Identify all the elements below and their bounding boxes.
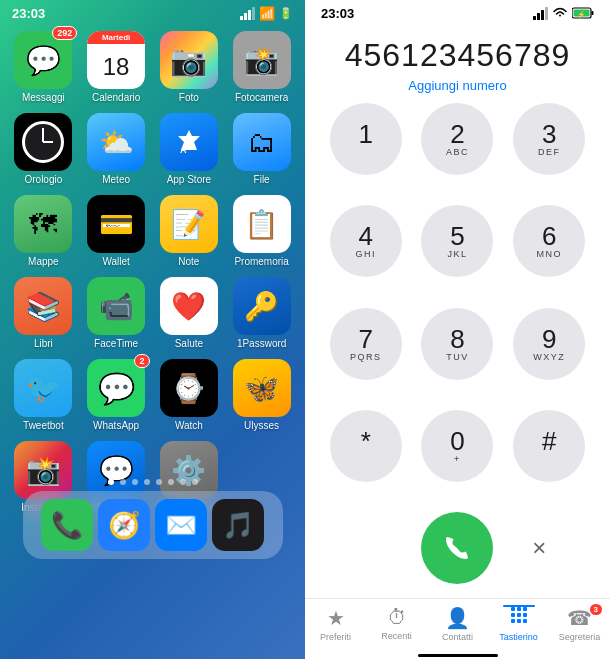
tab-tastierino[interactable]: Tastierino bbox=[488, 605, 549, 642]
svg-rect-7 bbox=[523, 607, 527, 611]
app-label-files: File bbox=[254, 174, 270, 185]
app-item-books[interactable]: 📚 Libri bbox=[12, 277, 75, 349]
app-label-clock: Orologio bbox=[24, 174, 62, 185]
app-item-files[interactable]: 🗂 File bbox=[230, 113, 293, 185]
dock: 📞🧭✉️🎵 bbox=[23, 491, 283, 559]
key-2[interactable]: 2ABC bbox=[421, 103, 493, 175]
dock-phone-icon: 📞 bbox=[51, 510, 83, 541]
app-label-wallet: Wallet bbox=[102, 256, 129, 267]
dock-music-icon: 🎵 bbox=[222, 510, 254, 541]
delete-button[interactable]: × bbox=[503, 512, 575, 584]
app-item-tweetbot[interactable]: 🐦 Tweetbot bbox=[12, 359, 75, 431]
tab-segreteria-icon: ☎3 bbox=[567, 606, 592, 630]
key-8[interactable]: 8TUV bbox=[421, 308, 493, 380]
app-label-maps: Mappe bbox=[28, 256, 59, 267]
call-button[interactable] bbox=[421, 512, 493, 584]
app-label-notes: Note bbox=[178, 256, 199, 267]
key-7[interactable]: 7PQRS bbox=[330, 308, 402, 380]
app-label-photos: Foto bbox=[179, 92, 199, 103]
key-hash[interactable]: # bbox=[513, 410, 585, 482]
app-label-books: Libri bbox=[34, 338, 53, 349]
dot-3 bbox=[132, 479, 138, 485]
svg-rect-2 bbox=[592, 11, 594, 15]
app-item-appstore[interactable]: A App Store bbox=[158, 113, 221, 185]
key-3[interactable]: 3DEF bbox=[513, 103, 585, 175]
app-item-whatsapp[interactable]: 💬 2 WhatsApp bbox=[85, 359, 148, 431]
app-item-reminders[interactable]: 📋 Promemoria bbox=[230, 195, 293, 267]
tab-preferiti-icon: ★ bbox=[327, 606, 345, 630]
dialer-actions: × bbox=[305, 502, 610, 598]
dock-safari[interactable]: 🧭 bbox=[98, 499, 150, 551]
app-item-messages[interactable]: 💬 292 Messaggi bbox=[12, 31, 75, 103]
dot-4 bbox=[144, 479, 150, 485]
app-label-weather: Meteo bbox=[102, 174, 130, 185]
svg-rect-6 bbox=[517, 607, 521, 611]
dot-6 bbox=[168, 479, 174, 485]
app-label-watch: Watch bbox=[175, 420, 203, 431]
app-item-wallet[interactable]: 💳 Wallet bbox=[85, 195, 148, 267]
dialer-add-number[interactable]: Aggiungi numero bbox=[305, 78, 610, 93]
app-label-1password: 1Password bbox=[237, 338, 286, 349]
app-item-photos[interactable]: 📷 Foto bbox=[158, 31, 221, 103]
wifi-icon-right bbox=[552, 6, 568, 21]
battery-icon-left: 🔋 bbox=[279, 7, 293, 20]
app-label-whatsapp: WhatsApp bbox=[93, 420, 139, 431]
battery-icon-right: ⚡ bbox=[572, 7, 594, 21]
svg-rect-11 bbox=[511, 619, 515, 623]
dock-mail[interactable]: ✉️ bbox=[155, 499, 207, 551]
keypad: 12ABC3DEF4GHI5JKL6MNO7PQRS8TUV9WXYZ*0+# bbox=[305, 103, 610, 502]
dock-mail-icon: ✉️ bbox=[165, 510, 197, 541]
dot-5 bbox=[156, 479, 162, 485]
dot-2 bbox=[120, 479, 126, 485]
page-dots bbox=[0, 479, 305, 485]
tab-segreteria[interactable]: ☎3 Segreteria bbox=[549, 606, 610, 642]
dock-music[interactable]: 🎵 bbox=[212, 499, 264, 551]
key-0[interactable]: 0+ bbox=[421, 410, 493, 482]
tab-contatti[interactable]: 👤 Contatti bbox=[427, 606, 488, 642]
delete-icon: × bbox=[532, 534, 546, 562]
svg-rect-13 bbox=[523, 619, 527, 623]
dot-7 bbox=[180, 479, 186, 485]
phone-right: 23:03 ⚡ 456123456789 Aggiungi nume bbox=[305, 0, 610, 659]
key-star[interactable]: * bbox=[330, 410, 402, 482]
signal-icon-left bbox=[240, 7, 255, 20]
time-right: 23:03 bbox=[321, 6, 354, 21]
app-item-clock[interactable]: Orologio bbox=[12, 113, 75, 185]
phone-left: 23:03 📶 🔋 💬 292 Messaggi Martedì 18 Cale… bbox=[0, 0, 305, 659]
app-label-calendar: Calendario bbox=[92, 92, 140, 103]
app-label-camera: Fotocamera bbox=[235, 92, 288, 103]
key-9[interactable]: 9WXYZ bbox=[513, 308, 585, 380]
app-label-messages: Messaggi bbox=[22, 92, 65, 103]
key-6[interactable]: 6MNO bbox=[513, 205, 585, 277]
app-item-1password[interactable]: 🔑 1Password bbox=[230, 277, 293, 349]
tab-segreteria-label: Segreteria bbox=[559, 632, 601, 642]
dock-safari-icon: 🧭 bbox=[108, 510, 140, 541]
dot-1 bbox=[108, 479, 114, 485]
tab-recenti[interactable]: ⏱ Recenti bbox=[366, 606, 427, 641]
app-grid: 💬 292 Messaggi Martedì 18 Calendario 📷 F… bbox=[0, 23, 305, 521]
svg-rect-10 bbox=[523, 613, 527, 617]
app-item-watch[interactable]: ⌚ Watch bbox=[158, 359, 221, 431]
key-4[interactable]: 4GHI bbox=[330, 205, 402, 277]
app-label-appstore: App Store bbox=[167, 174, 211, 185]
app-item-maps[interactable]: 🗺 Mappe bbox=[12, 195, 75, 267]
dialer-number: 456123456789 bbox=[305, 23, 610, 78]
signal-icon-right bbox=[533, 7, 548, 20]
svg-rect-8 bbox=[511, 613, 515, 617]
status-bar-left: 23:03 📶 🔋 bbox=[0, 0, 305, 23]
status-icons-right: ⚡ bbox=[533, 6, 594, 21]
tab-recenti-icon: ⏱ bbox=[387, 606, 407, 629]
key-1[interactable]: 1 bbox=[330, 103, 402, 175]
app-item-ulysses[interactable]: 🦋 Ulysses bbox=[230, 359, 293, 431]
app-item-camera[interactable]: 📸 Fotocamera bbox=[230, 31, 293, 103]
app-item-weather[interactable]: ⛅ Meteo bbox=[85, 113, 148, 185]
app-item-health[interactable]: ❤️ Salute bbox=[158, 277, 221, 349]
app-item-calendar[interactable]: Martedì 18 Calendario bbox=[85, 31, 148, 103]
key-5[interactable]: 5JKL bbox=[421, 205, 493, 277]
app-item-facetime[interactable]: 📹 FaceTime bbox=[85, 277, 148, 349]
tab-preferiti[interactable]: ★ Preferiti bbox=[305, 606, 366, 642]
status-icons-left: 📶 🔋 bbox=[240, 6, 293, 21]
app-item-notes[interactable]: 📝 Note bbox=[158, 195, 221, 267]
dock-phone[interactable]: 📞 bbox=[41, 499, 93, 551]
svg-rect-9 bbox=[517, 613, 521, 617]
